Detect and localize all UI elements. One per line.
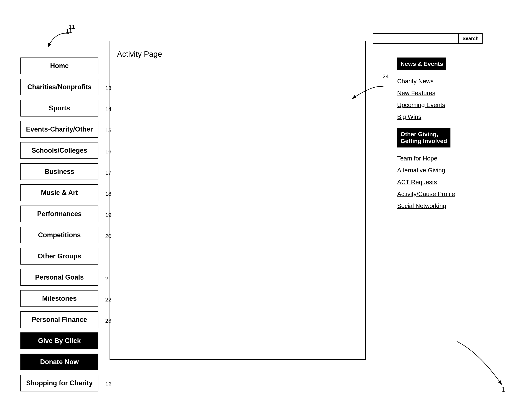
right-link-social-networking[interactable]: Social Networking (397, 202, 490, 210)
sidebar-item-events[interactable]: Events-Charity/Other (20, 121, 98, 138)
right-link-new-features[interactable]: New Features (397, 90, 490, 97)
sidebar-item-milestones[interactable]: Milestones (20, 290, 98, 307)
annotation-sidebar-13: 13 (105, 85, 111, 91)
right-link-act-requests[interactable]: ACT Requests (397, 179, 490, 186)
news-events-header: News & Events (397, 58, 446, 70)
sidebar-item-give-by-click[interactable]: Give By Click (20, 332, 98, 349)
page-title: Activity Page (117, 50, 162, 59)
annotation-sidebar-17: 17 (105, 170, 111, 176)
annotation-sidebar-21: 21 (105, 275, 111, 282)
sidebar-item-donate-now[interactable]: Donate Now (20, 353, 98, 370)
annotation-sidebar-22: 22 (105, 296, 111, 303)
label-11: 11 (69, 24, 75, 30)
annotation-sidebar-20: 20 (105, 233, 111, 239)
annotation-sidebar-15: 15 (105, 127, 111, 134)
right-link-alternative-giving[interactable]: Alternative Giving (397, 167, 490, 174)
main-content-box (109, 41, 366, 360)
right-link-charity-news[interactable]: Charity News (397, 78, 490, 85)
news-events-links: Charity NewsNew FeaturesUpcoming EventsB… (397, 78, 490, 120)
other-giving-links: Team for HopeAlternative GivingACT Reque… (397, 155, 490, 210)
annotation-sidebar-23: 23 (105, 318, 111, 324)
annotation-sidebar-12: 12 (105, 381, 111, 387)
right-link-activity-cause-profile[interactable]: Activity/Cause Profile (397, 190, 490, 198)
sidebar-item-shopping[interactable]: Shopping for Charity (20, 375, 98, 391)
sidebar-item-business[interactable]: Business (20, 163, 98, 180)
annotation-sidebar-16: 16 (105, 148, 111, 155)
right-link-team-for-hope[interactable]: Team for Hope (397, 155, 490, 162)
label-1: 1 (501, 386, 505, 394)
sidebar: HomeCharities/Nonprofits13Sports14Events… (20, 58, 98, 396)
sidebar-item-music-art[interactable]: Music & Art (20, 184, 98, 201)
sidebar-item-home[interactable]: Home (20, 58, 98, 74)
search-button[interactable]: Search (458, 33, 483, 44)
annotation-sidebar-14: 14 (105, 106, 111, 112)
sidebar-item-other-groups[interactable]: Other Groups (20, 248, 98, 264)
label-24: 24 (383, 73, 389, 80)
other-giving-header: Other Giving, Getting Involved (397, 128, 450, 148)
search-input[interactable] (373, 33, 458, 44)
annotation-sidebar-19: 19 (105, 212, 111, 218)
search-area: Search (373, 33, 483, 44)
right-link-upcoming-events[interactable]: Upcoming Events (397, 101, 490, 109)
arrow-1-svg (446, 338, 511, 393)
sidebar-item-competitions[interactable]: Competitions (20, 227, 98, 243)
sidebar-item-charities[interactable]: Charities/Nonprofits (20, 79, 98, 95)
right-sidebar: News & Events Charity NewsNew FeaturesUp… (397, 58, 490, 214)
annotation-sidebar-18: 18 (105, 191, 111, 197)
right-link-big-wins[interactable]: Big Wins (397, 113, 490, 120)
sidebar-item-personal-finance[interactable]: Personal Finance (20, 311, 98, 328)
sidebar-item-personal-goals[interactable]: Personal Goals (20, 269, 98, 286)
sidebar-item-performances[interactable]: Performances (20, 206, 98, 222)
sidebar-item-sports[interactable]: Sports (20, 100, 98, 117)
sidebar-item-schools[interactable]: Schools/Colleges (20, 142, 98, 159)
